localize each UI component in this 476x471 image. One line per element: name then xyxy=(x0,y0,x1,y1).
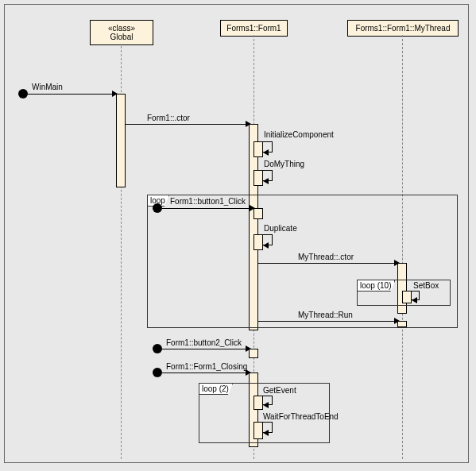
message-label: Form1::button2_Click xyxy=(166,338,242,347)
activation-self xyxy=(253,170,263,186)
message-label: GetEvent xyxy=(263,386,296,395)
combined-fragment-loop: loop xyxy=(147,195,458,328)
message-label: InitializeComponent xyxy=(264,130,334,139)
found-message-origin xyxy=(18,89,28,98)
found-message-origin xyxy=(153,344,162,353)
lifeline-name: Forms1::Form1::MyThread xyxy=(356,24,451,33)
fragment-operator: loop (10) xyxy=(360,281,391,290)
found-message-origin xyxy=(153,203,162,213)
message-label: SetBox xyxy=(413,281,439,290)
message-label: Form1::.ctor xyxy=(147,114,190,122)
arrow-head-icon xyxy=(263,402,269,408)
message-label: DoMyThing xyxy=(264,160,304,168)
frame-corner xyxy=(4,4,9,9)
activation-self xyxy=(253,396,263,410)
message-label: Duplicate xyxy=(264,224,297,233)
lifeline-head-form1: Forms1::Form1 xyxy=(220,20,288,37)
arrow-head-icon xyxy=(263,242,269,249)
arrow-head-icon xyxy=(263,178,269,184)
message-arrow xyxy=(162,349,248,349)
stereotype-label: «class» xyxy=(95,24,148,33)
activation-self xyxy=(402,291,412,303)
activation-self xyxy=(253,141,263,157)
activation-self xyxy=(253,234,263,250)
message-label: MyThread::.ctor xyxy=(298,253,354,261)
message-arrow xyxy=(162,208,252,209)
message-arrow xyxy=(258,263,397,264)
message-arrow xyxy=(28,94,114,95)
lifeline-head-global: «class» Global xyxy=(90,20,153,45)
lifeline-name: Global xyxy=(110,33,134,41)
found-message-origin xyxy=(153,368,162,377)
activation-global xyxy=(116,94,126,187)
fragment-operator: loop (2) xyxy=(202,384,229,393)
arrow-head-icon xyxy=(263,149,269,156)
message-label: Form1::button1_Click xyxy=(170,197,246,206)
message-label: Form1::Form1_Closing xyxy=(166,362,247,371)
arrow-head-icon xyxy=(412,297,417,303)
activation-self xyxy=(249,349,258,358)
activation-self xyxy=(253,208,263,219)
lifeline-name: Forms1::Form1 xyxy=(226,24,281,33)
message-label: WinMain xyxy=(32,83,63,91)
message-label: WaitForThreadToEnd xyxy=(263,412,339,421)
message-arrow xyxy=(258,321,397,322)
activation-self xyxy=(253,422,263,439)
message-arrow xyxy=(126,124,248,125)
arrow-head-icon xyxy=(263,430,269,436)
message-label: MyThread::Run xyxy=(298,311,353,319)
activation-self xyxy=(397,321,407,327)
message-arrow xyxy=(162,373,248,373)
lifeline-head-mythread: Forms1::Form1::MyThread xyxy=(347,20,459,37)
